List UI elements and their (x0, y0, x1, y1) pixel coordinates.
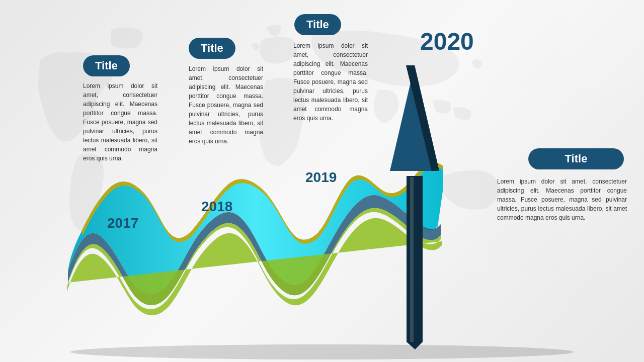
text-2018-content: Lorem ipsum dolor sit amet, consectetuer… (189, 65, 263, 145)
badge-2020-title: Title (528, 148, 624, 169)
text-block-2020: Lorem ipsum dolor sit amet, consectetuer… (497, 177, 627, 222)
main-container: Title Lorem ipsum dolor sit amet, consec… (0, 0, 644, 362)
year-2017: 2017 (107, 215, 138, 231)
badge-2018: Title (189, 38, 235, 59)
badge-2018-label: Title (201, 42, 223, 54)
text-2019-content: Lorem ipsum dolor sit amet, consectetuer… (293, 42, 368, 122)
content-overlay: Title Lorem ipsum dolor sit amet, consec… (0, 0, 644, 362)
text-2020-content: Lorem ipsum dolor sit amet, consectetuer… (497, 178, 627, 221)
year-2020: 2020 (420, 28, 474, 55)
badge-2019-label: Title (306, 18, 329, 31)
text-block-2017: Lorem ipsum dolor sit amet, consectetuer… (83, 81, 157, 163)
text-block-2019: Lorem ipsum dolor sit amet, consectetuer… (293, 41, 368, 123)
badge-2019: Title (294, 14, 341, 35)
year-2019: 2019 (305, 169, 337, 186)
badge-2017-label: Title (95, 59, 118, 72)
text-2017-content: Lorem ipsum dolor sit amet, consectetuer… (83, 82, 157, 162)
text-block-2018: Lorem ipsum dolor sit amet, consectetuer… (189, 64, 263, 146)
year-2018: 2018 (201, 199, 232, 215)
badge-2020-label: Title (565, 152, 588, 165)
badge-2017: Title (83, 55, 130, 76)
